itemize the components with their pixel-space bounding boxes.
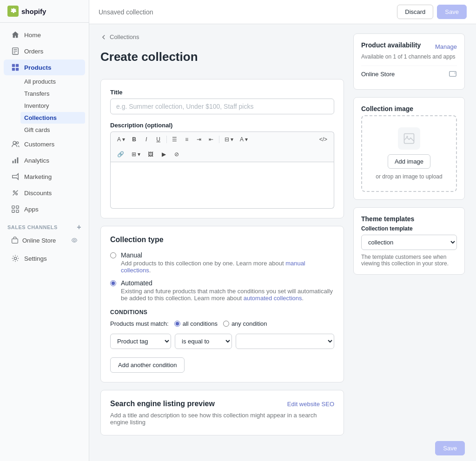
sidebar-sub-collections[interactable]: Collections — [20, 112, 85, 124]
condition-operator-select[interactable]: is equal to is not equal to starts with … — [175, 334, 232, 349]
sidebar-orders-label: Orders — [24, 48, 43, 55]
toolbar-divider-2 — [219, 136, 219, 143]
main-area: Unsaved collection Discard Save Collecti… — [89, 0, 476, 461]
condition-value-select[interactable] — [236, 334, 334, 349]
toolbar-underline-button[interactable]: U — [153, 135, 164, 144]
sidebar-item-online-store[interactable]: Online Store — [4, 234, 85, 247]
toolbar-link-button[interactable]: 🔗 — [114, 150, 127, 159]
toolbar-clear-button[interactable]: ⊘ — [171, 150, 182, 159]
sidebar-item-home[interactable]: Home — [4, 27, 85, 43]
breadcrumb[interactable]: Collections — [100, 33, 344, 40]
template-select[interactable]: collection — [361, 235, 457, 250]
image-drop-zone[interactable]: Add image or drop an image to upload — [361, 115, 457, 192]
collection-image-card: Collection image Add image or drop an im… — [353, 97, 465, 200]
sidebar-sub-transfers[interactable]: Transfers — [20, 88, 85, 99]
toolbar-indent-button[interactable]: ⇥ — [193, 135, 205, 144]
svg-rect-6 — [12, 68, 15, 71]
edit-seo-link[interactable]: Edit website SEO — [287, 401, 334, 408]
channel-icon — [449, 70, 457, 78]
toolbar-video-button[interactable]: ▶ — [158, 150, 169, 159]
svg-point-24 — [455, 72, 456, 73]
svg-rect-12 — [17, 158, 19, 164]
svg-rect-16 — [12, 206, 14, 208]
save-button-top[interactable]: Save — [437, 5, 467, 19]
toolbar-table-button[interactable]: ⊞ ▾ — [129, 150, 143, 159]
toolbar-bold-button[interactable]: B — [129, 135, 140, 144]
sidebar-item-customers[interactable]: Customers — [4, 136, 85, 152]
chevron-left-icon — [100, 34, 107, 40]
svg-rect-7 — [16, 68, 19, 71]
automated-radio[interactable] — [110, 280, 116, 286]
toolbar-ol-button[interactable]: ≡ — [181, 135, 192, 144]
toolbar-ul-button[interactable]: ☰ — [169, 135, 180, 144]
sidebar-sub-inventory[interactable]: Inventory — [20, 100, 85, 112]
all-conditions-radio[interactable] — [174, 321, 180, 327]
logo[interactable]: shopify — [0, 0, 89, 23]
sidebar-item-products[interactable]: Products — [4, 59, 85, 75]
sidebar-item-discounts[interactable]: Discounts — [4, 185, 85, 201]
editor-content[interactable] — [110, 162, 334, 209]
automated-collections-link[interactable]: automated collections — [244, 295, 302, 302]
toolbar-outdent-button[interactable]: ⇤ — [205, 135, 217, 144]
any-condition-radio[interactable] — [223, 321, 229, 327]
automated-label[interactable]: Automated — [121, 279, 152, 287]
topbar: Unsaved collection Discard Save — [89, 0, 476, 24]
save-button-bottom[interactable]: Save — [435, 441, 465, 455]
svg-rect-20 — [12, 239, 18, 244]
home-icon — [11, 31, 20, 39]
svg-rect-10 — [13, 161, 14, 163]
sidebar-analytics-label: Analytics — [24, 157, 49, 164]
toolbar-code-button[interactable]: </> — [317, 135, 330, 144]
add-image-button[interactable]: Add image — [388, 154, 430, 169]
theme-templates-card: Theme templates Collection template coll… — [353, 207, 465, 275]
sidebar-item-apps[interactable]: Apps — [4, 201, 85, 217]
toolbar-italic-button[interactable]: I — [141, 135, 152, 144]
manual-label[interactable]: Manual — [121, 251, 142, 259]
svg-rect-4 — [12, 64, 15, 67]
all-conditions-label[interactable]: all conditions — [174, 320, 218, 327]
svg-rect-5 — [16, 64, 19, 67]
any-condition-label[interactable]: any condition — [223, 320, 267, 327]
sidebar-item-analytics[interactable]: Analytics — [4, 152, 85, 168]
add-channel-button[interactable]: + — [77, 223, 81, 231]
discard-button[interactable]: Discard — [397, 5, 433, 19]
sidebar-home-label: Home — [24, 32, 41, 39]
analytics-icon — [11, 156, 20, 165]
settings-icon — [11, 254, 20, 263]
svg-rect-11 — [15, 159, 16, 163]
seo-description: Add a title and description to see how t… — [110, 412, 334, 426]
automated-option: Automated Existing and future products t… — [110, 279, 334, 302]
apps-icon — [11, 205, 20, 213]
marketing-icon — [11, 172, 20, 181]
sidebar-item-marketing[interactable]: Marketing — [4, 169, 85, 184]
condition-field-select[interactable]: Product tag Product title Product type P… — [110, 334, 171, 349]
add-condition-button[interactable]: Add another condition — [110, 357, 185, 373]
toolbar-align-button[interactable]: ⊟ ▾ — [222, 135, 236, 144]
sidebar-apps-label: Apps — [24, 206, 39, 213]
sidebar-sub-all-products[interactable]: All products — [20, 76, 85, 87]
svg-rect-17 — [16, 206, 19, 208]
collection-image-title: Collection image — [361, 105, 457, 112]
products-icon — [11, 63, 20, 72]
sidebar-item-orders[interactable]: Orders — [4, 43, 85, 59]
sidebar-item-settings[interactable]: Settings — [4, 250, 85, 266]
manage-link[interactable]: Manage — [435, 43, 457, 50]
svg-point-14 — [16, 193, 18, 195]
template-hint: The template customers see when viewing … — [361, 254, 457, 267]
sidebar-sub-gift-cards[interactable]: Gift cards — [20, 124, 85, 136]
shopify-wordmark: shopify — [21, 7, 46, 15]
breadcrumb-label: Collections — [110, 33, 139, 40]
toolbar-image-button[interactable]: 🖼 — [145, 150, 156, 159]
toolbar-divider-1 — [166, 136, 167, 143]
manual-radio[interactable] — [110, 252, 116, 258]
customers-icon — [11, 140, 20, 148]
availability-title: Product availability — [361, 41, 421, 49]
toolbar-font-button[interactable]: A ▾ — [114, 135, 128, 144]
svg-point-9 — [16, 142, 19, 144]
seo-card: Search engine listing preview Edit websi… — [100, 390, 344, 435]
toolbar-color-button[interactable]: A ▾ — [237, 135, 251, 144]
title-input[interactable] — [110, 99, 334, 114]
sidebar-customers-label: Customers — [24, 141, 54, 148]
svg-point-13 — [13, 191, 15, 193]
conditions-match: Products must match: all conditions any … — [110, 320, 334, 327]
